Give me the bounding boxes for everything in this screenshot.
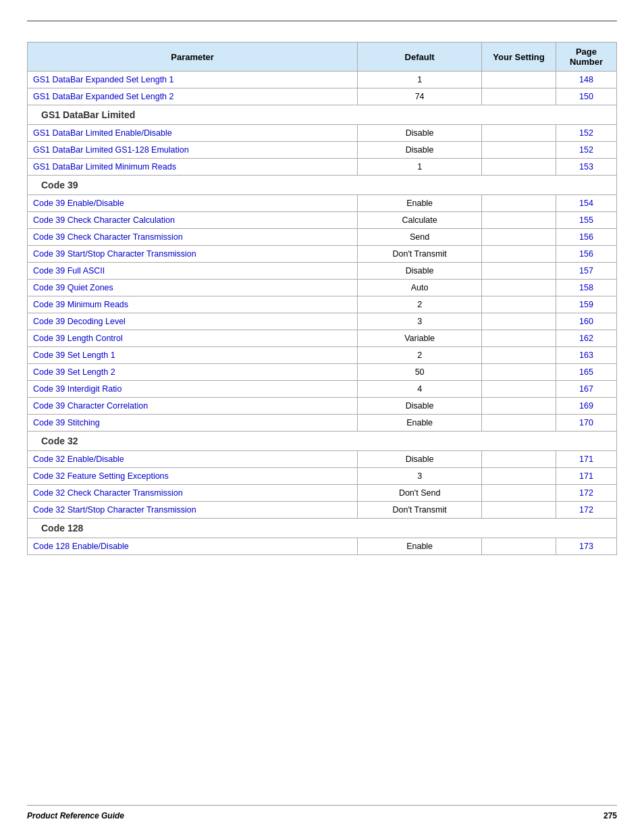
default-value: Disable <box>358 263 482 280</box>
param-label: Code 39 Check Character Transmission <box>28 229 358 246</box>
default-value: Auto <box>358 280 482 296</box>
param-label: Code 39 Stitching <box>28 415 358 432</box>
page-number-cell: 172 <box>556 485 617 502</box>
your-setting-cell <box>482 246 556 263</box>
param-label: Code 39 Start/Stop Character Transmissio… <box>28 246 358 263</box>
param-label: Code 39 Minimum Reads <box>28 296 358 313</box>
default-value: 74 <box>358 88 482 105</box>
your-setting-cell <box>482 212 556 229</box>
section-header-code-128: Code 128 <box>28 519 617 538</box>
page-number-cell: 170 <box>556 415 617 432</box>
page-number-cell: 154 <box>556 195 617 212</box>
param-label: GS1 DataBar Limited Minimum Reads <box>28 159 358 176</box>
your-setting-cell <box>482 330 556 347</box>
param-label: Code 39 Full ASCII <box>28 263 358 280</box>
default-value: 3 <box>358 468 482 485</box>
page-number-cell: 165 <box>556 364 617 381</box>
main-table: Parameter Default Your Setting Page Numb… <box>27 42 617 555</box>
section-header-code-32: Code 32 <box>28 432 617 451</box>
header-page-number: Page Number <box>556 43 617 72</box>
section-header-code-39: Code 39 <box>28 176 617 195</box>
default-value: 1 <box>358 159 482 176</box>
section-header-gs1-databar-limited: GS1 DataBar Limited <box>28 105 617 125</box>
your-setting-cell <box>482 538 556 555</box>
page-number-cell: 157 <box>556 263 617 280</box>
param-label: Code 32 Check Character Transmission <box>28 485 358 502</box>
default-value: Don't Transmit <box>358 502 482 519</box>
your-setting-cell <box>482 364 556 381</box>
default-value: 4 <box>358 381 482 398</box>
page-number-cell: 156 <box>556 229 617 246</box>
page-number-cell: 158 <box>556 280 617 296</box>
page-container: Parameter Default Your Setting Page Numb… <box>0 0 644 596</box>
your-setting-cell <box>482 263 556 280</box>
param-label: Code 39 Set Length 1 <box>28 347 358 364</box>
footer: Product Reference Guide 275 <box>27 805 617 820</box>
footer-title: Product Reference Guide <box>27 811 124 820</box>
your-setting-cell <box>482 415 556 432</box>
param-label: GS1 DataBar Expanded Set Length 1 <box>28 72 358 88</box>
page-number-cell: 167 <box>556 381 617 398</box>
default-value: 2 <box>358 296 482 313</box>
header-default: Default <box>358 43 482 72</box>
param-label: Code 39 Length Control <box>28 330 358 347</box>
default-value: Enable <box>358 415 482 432</box>
param-label: Code 32 Enable/Disable <box>28 451 358 468</box>
your-setting-cell <box>482 347 556 364</box>
your-setting-cell <box>482 502 556 519</box>
default-value: Variable <box>358 330 482 347</box>
param-label: GS1 DataBar Limited Enable/Disable <box>28 125 358 142</box>
page-number-cell: 163 <box>556 347 617 364</box>
default-value: Disable <box>358 398 482 415</box>
page-number-cell: 156 <box>556 246 617 263</box>
default-value: 2 <box>358 347 482 364</box>
default-value: Calculate <box>358 212 482 229</box>
footer-page-number: 275 <box>603 811 617 820</box>
param-label: GS1 DataBar Expanded Set Length 2 <box>28 88 358 105</box>
default-value: Enable <box>358 538 482 555</box>
header-parameter: Parameter <box>28 43 358 72</box>
page-number-cell: 152 <box>556 142 617 159</box>
your-setting-cell <box>482 195 556 212</box>
param-label: Code 32 Start/Stop Character Transmissio… <box>28 502 358 519</box>
your-setting-cell <box>482 88 556 105</box>
page-number-cell: 160 <box>556 313 617 330</box>
top-border <box>27 20 617 22</box>
param-label: Code 39 Decoding Level <box>28 313 358 330</box>
param-label: GS1 DataBar Limited GS1-128 Emulation <box>28 142 358 159</box>
page-number-cell: 150 <box>556 88 617 105</box>
page-number-cell: 171 <box>556 451 617 468</box>
default-value: Disable <box>358 125 482 142</box>
page-number-cell: 173 <box>556 538 617 555</box>
page-number-cell: 162 <box>556 330 617 347</box>
param-label: Code 39 Character Correlation <box>28 398 358 415</box>
your-setting-cell <box>482 296 556 313</box>
your-setting-cell <box>482 229 556 246</box>
default-value: Enable <box>358 195 482 212</box>
default-value: 3 <box>358 313 482 330</box>
your-setting-cell <box>482 313 556 330</box>
param-label: Code 39 Enable/Disable <box>28 195 358 212</box>
default-value: Disable <box>358 451 482 468</box>
page-number-cell: 153 <box>556 159 617 176</box>
your-setting-cell <box>482 485 556 502</box>
param-label: Code 39 Interdigit Ratio <box>28 381 358 398</box>
your-setting-cell <box>482 451 556 468</box>
your-setting-cell <box>482 280 556 296</box>
header-your-setting: Your Setting <box>482 43 556 72</box>
param-label: Code 32 Feature Setting Exceptions <box>28 468 358 485</box>
page-number-cell: 148 <box>556 72 617 88</box>
your-setting-cell <box>482 72 556 88</box>
your-setting-cell <box>482 468 556 485</box>
default-value: Don't Transmit <box>358 246 482 263</box>
page-number-cell: 155 <box>556 212 617 229</box>
your-setting-cell <box>482 398 556 415</box>
param-label: Code 39 Set Length 2 <box>28 364 358 381</box>
default-value: 1 <box>358 72 482 88</box>
default-value: 50 <box>358 364 482 381</box>
default-value: Send <box>358 229 482 246</box>
page-number-cell: 152 <box>556 125 617 142</box>
page-number-cell: 171 <box>556 468 617 485</box>
param-label: Code 39 Check Character Calculation <box>28 212 358 229</box>
page-number-cell: 159 <box>556 296 617 313</box>
